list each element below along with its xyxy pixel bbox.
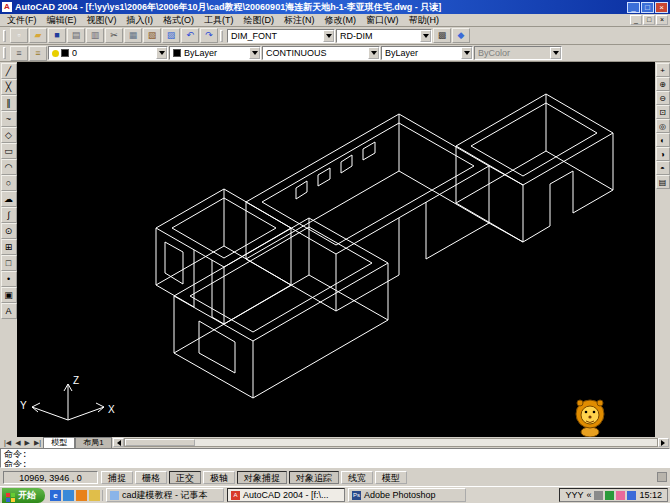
- status-toggle-极轴[interactable]: 极轴: [203, 471, 235, 484]
- render-tool-button[interactable]: ◓: [656, 161, 670, 175]
- lineweight-combo[interactable]: ByLayer: [381, 46, 473, 60]
- close-button[interactable]: ×: [655, 2, 668, 13]
- zoom-window-tool-button[interactable]: ⊡: [656, 105, 670, 119]
- linetype-combo[interactable]: CONTINUOUS: [262, 46, 380, 60]
- chevron-down-icon[interactable]: [461, 47, 472, 59]
- paste-button[interactable]: ▧: [143, 28, 161, 43]
- command-window[interactable]: 命令: 命令:: [0, 448, 670, 468]
- status-toggle-模型[interactable]: 模型: [375, 471, 407, 484]
- orbit-tool-button[interactable]: ◎: [656, 119, 670, 133]
- save-button[interactable]: ■: [48, 28, 66, 43]
- ellipse-tool-button[interactable]: ⊙: [1, 223, 17, 239]
- multiline-tool-button[interactable]: ∥: [1, 95, 17, 111]
- construction-line-tool-button[interactable]: ╳: [1, 79, 17, 95]
- taskbar-task-button[interactable]: AAutoCAD 2004 - [f:\...: [227, 488, 345, 502]
- status-toggle-线宽[interactable]: 线宽: [341, 471, 373, 484]
- zoom-out-tool-button[interactable]: ⊖: [656, 91, 670, 105]
- revision-cloud-tool-button[interactable]: ☁: [1, 191, 17, 207]
- layer-combo[interactable]: 0: [48, 46, 168, 60]
- point-tool-button[interactable]: •: [1, 271, 17, 287]
- print-button[interactable]: ▤: [67, 28, 85, 43]
- chevron-down-icon[interactable]: [249, 47, 260, 59]
- status-toggle-对象捕捉[interactable]: 对象捕捉: [237, 471, 287, 484]
- communication-center-icon[interactable]: [657, 472, 667, 482]
- scroll-right-icon[interactable]: [658, 438, 669, 447]
- menu-item[interactable]: 视图(V): [82, 14, 122, 27]
- status-toggle-捕捉[interactable]: 捕捉: [101, 471, 133, 484]
- hatch-tool-button[interactable]: ▣: [1, 287, 17, 303]
- tab-nav-arrow-icon[interactable]: |◀: [2, 438, 13, 448]
- undo-button[interactable]: ↶: [181, 28, 199, 43]
- ie-icon[interactable]: e: [50, 490, 61, 501]
- message-icon[interactable]: [616, 491, 625, 500]
- menu-item[interactable]: 标注(N): [279, 14, 320, 27]
- media-player-icon[interactable]: [76, 490, 87, 501]
- mdi-close-button[interactable]: ×: [656, 15, 668, 25]
- chevron-down-icon[interactable]: [368, 47, 379, 59]
- taskbar-task-button[interactable]: PsAdobe Photoshop: [348, 488, 466, 502]
- redo-button[interactable]: ↷: [200, 28, 218, 43]
- circle-tool-button[interactable]: ○: [1, 175, 17, 191]
- menu-item[interactable]: 编辑(E): [42, 14, 82, 27]
- menu-item[interactable]: 工具(T): [199, 14, 239, 27]
- spline-tool-button[interactable]: ∫: [1, 207, 17, 223]
- text-style-combo[interactable]: DIM_FONT: [227, 29, 335, 43]
- menu-item[interactable]: 修改(M): [320, 14, 362, 27]
- network-icon[interactable]: [627, 491, 636, 500]
- shade-tool-button[interactable]: ◑: [656, 147, 670, 161]
- toolbar-grip[interactable]: [3, 47, 6, 59]
- command-prompt[interactable]: 命令:: [4, 459, 666, 468]
- insert-block-tool-button[interactable]: ⊞: [1, 239, 17, 255]
- status-toggle-正交[interactable]: 正交: [169, 471, 201, 484]
- maximize-button[interactable]: □: [641, 2, 654, 13]
- menu-item[interactable]: 绘图(D): [239, 14, 280, 27]
- antivirus-icon[interactable]: [605, 491, 614, 500]
- mdi-minimize-button[interactable]: _: [630, 15, 642, 25]
- menu-item[interactable]: 插入(I): [122, 14, 159, 27]
- menu-item[interactable]: 帮助(H): [404, 14, 445, 27]
- chevron-down-icon[interactable]: [156, 47, 167, 59]
- chevron-down-icon[interactable]: [323, 30, 334, 42]
- polyline-tool-button[interactable]: ~: [1, 111, 17, 127]
- tab-模型[interactable]: 模型: [43, 437, 75, 448]
- color-combo[interactable]: ByLayer: [169, 46, 261, 60]
- hide-tool-button[interactable]: ◐: [656, 133, 670, 147]
- zoom-in-tool-button[interactable]: ⊕: [656, 77, 670, 91]
- status-toggle-栅格[interactable]: 栅格: [135, 471, 167, 484]
- tab-nav-arrow-icon[interactable]: ▶: [23, 438, 32, 448]
- dim-style-combo[interactable]: RD-DIM: [336, 29, 432, 43]
- volume-icon[interactable]: [594, 491, 603, 500]
- named-views-tool-button[interactable]: ▤: [656, 175, 670, 189]
- toolbar-grip[interactable]: [3, 30, 6, 42]
- toolbar-grip[interactable]: [220, 30, 223, 42]
- menu-item[interactable]: 文件(F): [2, 14, 42, 27]
- line-tool-button[interactable]: ╱: [1, 63, 17, 79]
- chevron-down-icon[interactable]: [420, 30, 431, 42]
- scroll-left-icon[interactable]: [113, 438, 124, 447]
- rectangle-tool-button[interactable]: ▭: [1, 143, 17, 159]
- match-properties-button[interactable]: ▨: [162, 28, 180, 43]
- pan-tool-button[interactable]: +: [656, 63, 670, 77]
- cut-button[interactable]: ✂: [105, 28, 123, 43]
- clock[interactable]: 15:12: [639, 490, 662, 500]
- tab-布局1[interactable]: 布局1: [75, 437, 111, 448]
- mtext-tool-button[interactable]: A: [1, 303, 17, 319]
- menu-item[interactable]: 窗口(W): [361, 14, 404, 27]
- print-preview-button[interactable]: ▥: [86, 28, 104, 43]
- properties-button[interactable]: ▩: [433, 28, 451, 43]
- lion-mascot[interactable]: [576, 400, 604, 437]
- layer-states-button[interactable]: ≡: [29, 46, 47, 61]
- drawing-canvas[interactable]: X Y Z: [17, 62, 655, 437]
- tray-chevron-icon[interactable]: «: [586, 490, 591, 500]
- coordinates-readout[interactable]: 10969, 3946 , 0: [3, 471, 98, 484]
- mdi-restore-button[interactable]: □: [643, 15, 655, 25]
- copy-button[interactable]: ▦: [124, 28, 142, 43]
- arc-tool-button[interactable]: ◠: [1, 159, 17, 175]
- tab-nav-arrow-icon[interactable]: ▶|: [32, 438, 43, 448]
- make-block-tool-button[interactable]: □: [1, 255, 17, 271]
- show-desktop-icon[interactable]: [63, 490, 74, 501]
- start-button[interactable]: 开始: [2, 488, 45, 503]
- horizontal-scrollbar[interactable]: [124, 438, 658, 447]
- new-file-button[interactable]: ▫: [10, 28, 28, 43]
- scrollbar-thumb[interactable]: [125, 439, 195, 446]
